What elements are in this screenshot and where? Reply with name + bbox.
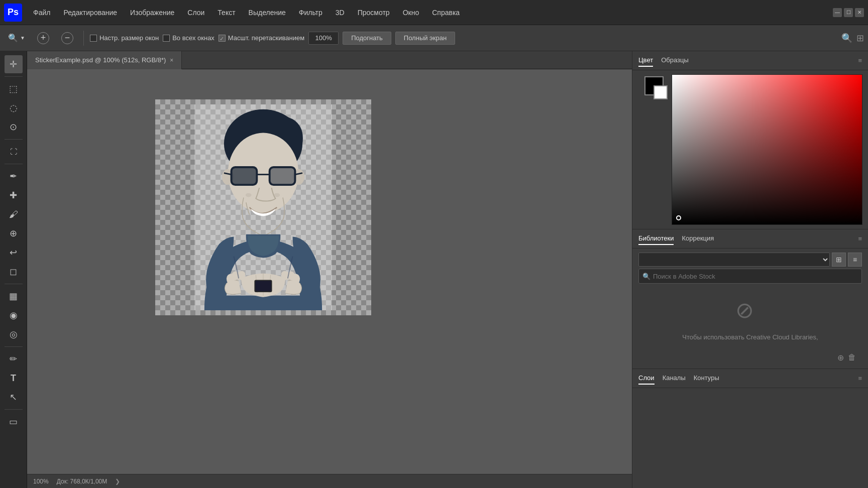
all-windows-checkbox[interactable]: Во всех окнах (163, 34, 214, 42)
search-icon[interactable]: 🔍 (841, 33, 852, 44)
library-search-input[interactable] (638, 269, 862, 284)
library-dropdown[interactable] (638, 253, 830, 267)
menu-view[interactable]: Просмотр (352, 6, 396, 20)
document-tab[interactable]: StickerExample.psd @ 100% (512s, RGB/8*)… (27, 51, 182, 69)
tool-separator-4 (5, 284, 23, 284)
zoom-input[interactable] (308, 32, 339, 45)
resize-windows-checkbox[interactable]: Настр. размер окон (90, 34, 159, 42)
workspaces-icon[interactable]: ⊞ (856, 33, 864, 44)
resize-windows-check[interactable] (90, 35, 97, 42)
menu-bar: Ps Файл Редактирование Изображение Слои … (0, 0, 868, 25)
swatches-tab[interactable]: Образцы (661, 54, 689, 67)
tool-separator-6 (5, 409, 23, 410)
separator-1 (83, 31, 84, 46)
menu-image[interactable]: Изображение (124, 6, 180, 20)
gradient-cursor[interactable] (676, 215, 681, 220)
menu-filter[interactable]: Фильтр (293, 6, 329, 20)
path-select-tool[interactable]: ↖ (5, 388, 23, 406)
eraser-tool[interactable]: ◻ (5, 263, 23, 281)
tab-bar: StickerExample.psd @ 100% (512s, RGB/8*)… (27, 51, 632, 69)
delete-library-icon[interactable]: 🗑 (848, 353, 856, 362)
library-search-icon: 🔍 (642, 273, 650, 280)
rectangle-tool[interactable]: ▭ (5, 413, 23, 431)
minimize-button[interactable]: — (833, 8, 842, 17)
doc-info: Док: 768,0К/1,00М (57, 478, 107, 485)
main-layout: ✛ ⬚ ◌ ⊙ ⛶ ✒ ✚ 🖌 ⊕ ↩ ◻ ▦ ◉ ◎ ✏ T ↖ ▭ Stic… (0, 51, 868, 488)
tool-separator-2 (5, 139, 23, 140)
menu-edit[interactable]: Редактирование (57, 6, 123, 20)
blur-tool[interactable]: ◉ (5, 306, 23, 324)
color-picker-area (632, 70, 868, 229)
healing-tool[interactable]: ✚ (5, 186, 23, 204)
color-panel-header: Цвет Образцы ≡ (632, 51, 868, 70)
history-brush-tool[interactable]: ↩ (5, 243, 23, 262)
menu-layers[interactable]: Слои (181, 6, 210, 20)
menu-select[interactable]: Выделение (243, 6, 292, 20)
zoom-out-btn[interactable]: − (57, 30, 77, 46)
app-logo: Ps (4, 4, 22, 22)
svg-rect-10 (232, 168, 257, 184)
drag-zoom-checkbox[interactable]: Масшт. перетаскиванием (219, 34, 304, 42)
libraries-tab[interactable]: Библиотеки (638, 232, 674, 245)
close-button[interactable]: ✕ (855, 8, 864, 17)
list-view-btn[interactable]: ≡ (848, 253, 862, 267)
grid-view-btn[interactable]: ⊞ (832, 253, 846, 267)
menu-text[interactable]: Текст (211, 6, 241, 20)
canvas-area: StickerExample.psd @ 100% (512s, RGB/8*)… (27, 51, 632, 488)
libraries-panel-menu[interactable]: ≡ (858, 235, 862, 242)
channels-tab[interactable]: Каналы (663, 372, 686, 385)
canvas-image[interactable] (155, 99, 371, 315)
menu-3d[interactable]: 3D (330, 6, 351, 20)
tab-close-btn[interactable]: × (170, 57, 173, 64)
maximize-button[interactable]: ☐ (844, 8, 853, 17)
marquee-tool[interactable]: ⬚ (5, 80, 23, 98)
fit-btn[interactable]: Подогнать (343, 32, 391, 45)
layers-tab[interactable]: Слои (638, 372, 655, 385)
drag-zoom-check[interactable] (219, 35, 226, 42)
zoom-tool-btn[interactable]: 🔍 ▼ (4, 31, 29, 45)
color-tab[interactable]: Цвет (638, 54, 653, 67)
libraries-panel-header: Библиотеки Коррекция ≡ (632, 229, 868, 249)
color-panel: Цвет Образцы ≡ (632, 51, 868, 229)
svg-point-18 (246, 193, 252, 197)
window-controls: — ☐ ✕ (833, 8, 864, 17)
quick-select-tool[interactable]: ⊙ (5, 118, 23, 136)
color-gradient-overlay (672, 75, 862, 224)
tab-filename: StickerExample.psd @ 100% (512s, RGB/8*) (35, 56, 166, 64)
canvas-viewport[interactable] (27, 69, 632, 474)
libraries-panel: Библиотеки Коррекция ≡ ⊞ ≡ 🔍 (632, 229, 868, 369)
foreground-color[interactable] (644, 76, 664, 95)
right-panel: Цвет Образцы ≡ (632, 51, 868, 488)
options-bar: 🔍 ▼ + − Настр. размер окон Во всех окнах… (0, 25, 868, 51)
lasso-tool[interactable]: ◌ (5, 99, 23, 117)
color-swatches (644, 76, 664, 104)
menu-help[interactable]: Справка (426, 6, 466, 20)
add-to-library-icon[interactable]: ⊕ (837, 353, 844, 362)
pen-tool[interactable]: ✏ (5, 350, 23, 368)
type-tool[interactable]: T (5, 369, 23, 387)
background-color[interactable] (654, 85, 668, 99)
color-gradient[interactable] (672, 74, 862, 225)
move-tool[interactable]: ✛ (5, 55, 23, 73)
stamp-tool[interactable]: ⊕ (5, 224, 23, 242)
paths-tab[interactable]: Контуры (694, 372, 719, 385)
library-search-wrap: 🔍 (638, 269, 862, 284)
color-panel-menu[interactable]: ≡ (858, 57, 862, 64)
more-info-arrow[interactable]: ❯ (115, 478, 120, 485)
tool-separator-5 (5, 346, 23, 347)
layers-panel-menu[interactable]: ≡ (858, 375, 862, 382)
eyedropper-tool[interactable]: ✒ (5, 167, 23, 185)
all-windows-check[interactable] (163, 35, 170, 42)
zoom-in-btn[interactable]: + (33, 30, 53, 46)
layers-panel: Слои Каналы Контуры ≡ (632, 369, 868, 488)
correction-tab[interactable]: Коррекция (682, 232, 714, 245)
gradient-tool[interactable]: ▦ (5, 287, 23, 305)
zoom-tool-arrow[interactable]: ▼ (20, 35, 25, 41)
menu-file[interactable]: Файл (27, 6, 56, 20)
fullscreen-btn[interactable]: Полный экран (395, 32, 455, 45)
brush-tool[interactable]: 🖌 (5, 205, 23, 223)
crop-tool[interactable]: ⛶ (5, 143, 23, 161)
menu-window[interactable]: Окно (397, 6, 425, 20)
svg-point-19 (274, 193, 280, 197)
dodge-tool[interactable]: ◎ (5, 325, 23, 343)
